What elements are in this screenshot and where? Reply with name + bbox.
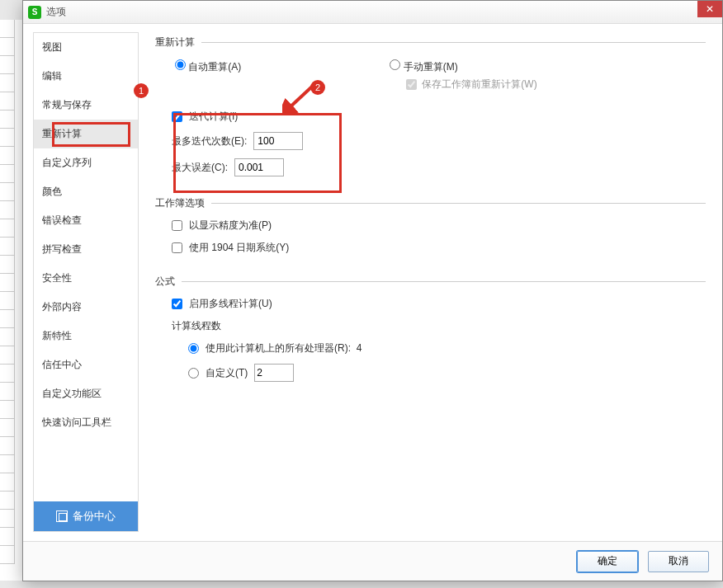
sidebar-item-external-content[interactable]: 外部内容 bbox=[34, 293, 138, 322]
sidebar-item-recalculate[interactable]: 重新计算 bbox=[34, 120, 138, 148]
checkbox-multithread[interactable] bbox=[172, 299, 182, 309]
sidebar-item-customize-ribbon[interactable]: 自定义功能区 bbox=[34, 379, 138, 408]
sidebar-item-security[interactable]: 安全性 bbox=[34, 264, 138, 293]
radio-manual-recalc[interactable]: 手动重算(M) bbox=[390, 61, 457, 73]
spreadsheet-background bbox=[0, 20, 25, 581]
sidebar: 视图 编辑 常规与保存 重新计算 自定义序列 颜色 错误检查 拼写检查 安全性 … bbox=[33, 32, 139, 532]
titlebar: S 选项 ✕ bbox=[23, 1, 722, 24]
checkbox-1904-date[interactable] bbox=[172, 242, 182, 253]
ok-button[interactable]: 确定 bbox=[577, 551, 638, 572]
custom-threads-input[interactable] bbox=[254, 364, 294, 382]
close-button[interactable]: ✕ bbox=[697, 1, 722, 17]
options-dialog: S 选项 ✕ 视图 编辑 常规与保存 重新计算 自定义序列 颜色 错误检查 拼写… bbox=[22, 0, 723, 581]
recalc-legend: 重新计算 bbox=[155, 35, 201, 49]
multithread-label: 启用多线程计算(U) bbox=[189, 297, 272, 311]
radio-custom-threads[interactable] bbox=[188, 368, 199, 379]
section-formula: 公式 启用多线程计算(U) 计算线程数 使用此计算机上的所有处理器(R): 4 … bbox=[155, 275, 706, 390]
precision-label: 以显示精度为准(P) bbox=[189, 219, 272, 233]
radio-manual-recalc-input[interactable] bbox=[390, 59, 400, 70]
formula-legend: 公式 bbox=[155, 275, 182, 289]
custom-threads-label: 自定义(T) bbox=[206, 366, 248, 380]
checkbox-iteration[interactable] bbox=[172, 111, 182, 122]
max-iterations-label: 最多迭代次数(E): bbox=[172, 134, 247, 148]
save-before-recalc-label: 保存工作簿前重新计算(W) bbox=[422, 78, 536, 92]
iteration-label: 迭代计算(I) bbox=[189, 110, 238, 124]
radio-use-all-processors[interactable] bbox=[188, 343, 199, 354]
radio-auto-recalc-input[interactable] bbox=[175, 59, 186, 70]
backup-icon bbox=[56, 510, 68, 522]
checkbox-save-before-recalc bbox=[406, 79, 417, 90]
sidebar-item-general-save[interactable]: 常规与保存 bbox=[34, 91, 138, 120]
sidebar-item-spell-check[interactable]: 拼写检查 bbox=[34, 235, 138, 264]
sidebar-item-new-features[interactable]: 新特性 bbox=[34, 322, 138, 350]
max-change-input[interactable] bbox=[234, 158, 284, 176]
sidebar-item-edit[interactable]: 编辑 bbox=[34, 62, 138, 91]
sidebar-item-trust-center[interactable]: 信任中心 bbox=[34, 350, 138, 379]
use-all-label: 使用此计算机上的所有处理器(R): 4 bbox=[206, 341, 362, 355]
date1904-label: 使用 1904 日期系统(Y) bbox=[189, 241, 289, 255]
app-icon: S bbox=[28, 6, 41, 19]
sidebar-item-custom-lists[interactable]: 自定义序列 bbox=[34, 148, 138, 177]
checkbox-precision-as-displayed[interactable] bbox=[172, 220, 182, 231]
threads-section-label: 计算线程数 bbox=[172, 319, 221, 333]
sidebar-item-color[interactable]: 颜色 bbox=[34, 177, 138, 206]
radio-auto-recalc[interactable]: 自动重算(A) bbox=[175, 59, 241, 95]
section-workbook-options: 工作簿选项 以显示精度为准(P) 使用 1904 日期系统(Y) bbox=[155, 196, 706, 263]
backup-label: 备份中心 bbox=[73, 509, 116, 524]
sidebar-item-view[interactable]: 视图 bbox=[34, 33, 138, 62]
workbook-legend: 工作簿选项 bbox=[155, 196, 211, 210]
sidebar-list: 视图 编辑 常规与保存 重新计算 自定义序列 颜色 错误检查 拼写检查 安全性 … bbox=[34, 33, 138, 501]
backup-center-button[interactable]: 备份中心 bbox=[34, 501, 138, 531]
dialog-footer: 确定 取消 bbox=[23, 541, 722, 581]
sidebar-item-error-check[interactable]: 错误检查 bbox=[34, 206, 138, 235]
max-change-label: 最大误差(C): bbox=[172, 161, 228, 175]
sidebar-item-quick-access-toolbar[interactable]: 快速访问工具栏 bbox=[34, 408, 138, 437]
content-panel: 重新计算 自动重算(A) 手动重算(M) 保存工作簿前重新计算(W) 迭代计算(… bbox=[149, 32, 712, 532]
cancel-button[interactable]: 取消 bbox=[648, 551, 709, 572]
max-iterations-input[interactable] bbox=[253, 132, 303, 150]
dialog-title: 选项 bbox=[46, 5, 66, 19]
section-recalculate: 重新计算 自动重算(A) 手动重算(M) 保存工作簿前重新计算(W) 迭代计算(… bbox=[155, 35, 706, 185]
